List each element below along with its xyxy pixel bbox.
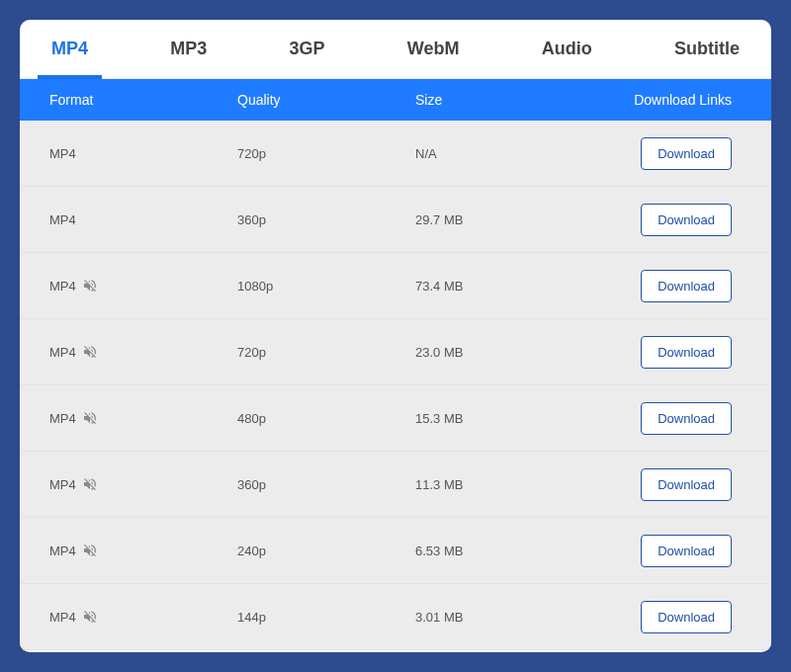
cell-format: MP4 — [49, 410, 237, 426]
format-label: MP4 — [49, 345, 76, 360]
format-label: MP4 — [49, 212, 76, 227]
table-row: MP4360p11.3 MBDownload — [20, 452, 771, 518]
cell-quality: 360p — [237, 477, 415, 492]
table-row: MP4720p23.0 MBDownload — [20, 319, 771, 385]
cell-quality: 144p — [237, 610, 415, 625]
cell-format: MP4 — [49, 476, 237, 492]
cell-download: Download — [583, 270, 742, 302]
cell-format: MP4 — [49, 212, 237, 227]
table-row: MP4720pN/ADownload — [20, 121, 771, 187]
cell-download: Download — [583, 468, 742, 501]
table-body: MP4720pN/ADownloadMP4360p29.7 MBDownload… — [20, 121, 771, 650]
table-row: MP4360p29.7 MBDownload — [20, 187, 771, 253]
tab-label: Subtitle — [674, 39, 740, 59]
cell-quality: 720p — [237, 345, 415, 360]
tab-mp3[interactable]: MP3 — [148, 20, 228, 78]
tab-mp4[interactable]: MP4 — [30, 20, 110, 78]
download-panel: MP4MP33GPWebMAudioSubtitle Format Qualit… — [20, 20, 771, 652]
format-label: MP4 — [49, 146, 76, 161]
volume-off-icon — [82, 543, 98, 558]
tab-label: MP4 — [51, 39, 88, 59]
cell-size: 29.7 MB — [415, 212, 583, 227]
download-button[interactable]: Download — [641, 204, 732, 236]
tab-subtitle[interactable]: Subtitle — [653, 20, 761, 78]
table-row: MP41080p73.4 MBDownload — [20, 253, 771, 319]
cell-download: Download — [583, 336, 742, 369]
cell-format: MP4 — [49, 146, 237, 161]
cell-quality: 480p — [237, 411, 415, 426]
table-row: MP4240p6.53 MBDownload — [20, 518, 771, 584]
download-button[interactable]: Download — [641, 270, 732, 302]
cell-size: 6.53 MB — [415, 544, 583, 558]
cell-download: Download — [583, 535, 742, 567]
format-label: MP4 — [49, 544, 76, 558]
header-size: Size — [415, 92, 583, 108]
download-button[interactable]: Download — [641, 601, 732, 633]
cell-download: Download — [583, 601, 742, 633]
format-label: MP4 — [49, 477, 76, 492]
download-button[interactable]: Download — [641, 402, 732, 435]
format-label: MP4 — [49, 411, 76, 426]
cell-size: 73.4 MB — [415, 279, 583, 294]
cell-quality: 720p — [237, 146, 415, 161]
cell-quality: 1080p — [237, 279, 415, 294]
table-row: MP4144p3.01 MBDownload — [20, 584, 771, 650]
download-button[interactable]: Download — [641, 137, 732, 170]
cell-quality: 360p — [237, 212, 415, 227]
volume-off-icon — [82, 609, 98, 625]
header-download: Download Links — [583, 92, 742, 108]
download-button[interactable]: Download — [641, 336, 732, 369]
download-button[interactable]: Download — [641, 468, 732, 501]
cell-download: Download — [583, 137, 742, 170]
volume-off-icon — [82, 344, 98, 360]
cell-size: 15.3 MB — [415, 411, 583, 426]
download-button[interactable]: Download — [641, 535, 732, 567]
volume-off-icon — [82, 278, 98, 294]
cell-size: 23.0 MB — [415, 345, 583, 360]
cell-download: Download — [583, 204, 742, 236]
cell-size: 11.3 MB — [415, 477, 583, 492]
cell-format: MP4 — [49, 344, 237, 360]
header-format: Format — [49, 92, 237, 108]
tab-label: 3GP — [290, 39, 325, 59]
cell-format: MP4 — [49, 543, 237, 558]
cell-format: MP4 — [49, 609, 237, 625]
format-tabs: MP4MP33GPWebMAudioSubtitle — [20, 20, 771, 79]
cell-format: MP4 — [49, 278, 237, 294]
tab-label: Audio — [542, 39, 592, 59]
cell-size: N/A — [415, 146, 583, 161]
cell-size: 3.01 MB — [415, 610, 583, 625]
volume-off-icon — [82, 410, 98, 426]
tab-label: WebM — [407, 39, 460, 59]
format-label: MP4 — [49, 279, 76, 294]
table-header: Format Quality Size Download Links — [20, 79, 771, 121]
tab-webm[interactable]: WebM — [386, 20, 482, 78]
tab-label: MP3 — [170, 39, 207, 59]
header-quality: Quality — [237, 92, 415, 108]
tab-3gp[interactable]: 3GP — [268, 20, 347, 78]
table-row: MP4480p15.3 MBDownload — [20, 385, 771, 452]
cell-quality: 240p — [237, 544, 415, 558]
tab-audio[interactable]: Audio — [520, 20, 614, 78]
format-label: MP4 — [49, 610, 76, 625]
cell-download: Download — [583, 402, 742, 435]
volume-off-icon — [82, 476, 98, 492]
